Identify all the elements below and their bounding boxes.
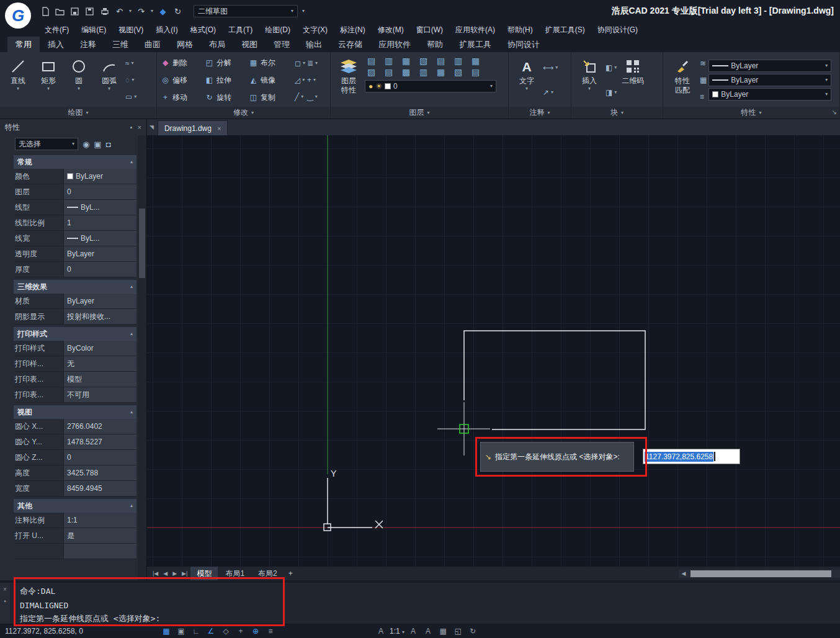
redo-icon[interactable]: ↷ [136,6,146,17]
ribbon-tab-home[interactable]: 常用 [7,37,40,52]
dialog-launcher-icon[interactable]: ↘ [832,109,837,115]
break-tool-button[interactable]: ‿▾ [307,90,318,104]
open-folder-icon[interactable] [55,6,65,17]
scroll-left-icon[interactable]: ◀ [679,570,689,578]
otrack-toggle-icon[interactable]: + [235,626,247,637]
copy-button[interactable]: ◫复制 [249,89,293,106]
menu-format[interactable]: 格式(O) [184,22,222,37]
lineweight-toggle-icon[interactable]: ≡ [264,626,277,637]
menu-tools[interactable]: 工具(T) [222,22,259,37]
menu-insert[interactable]: 插入(I) [150,22,184,37]
line-button[interactable]: 直线 ▾ [4,54,32,106]
ribbon-tab-insert[interactable]: 插入 [40,37,72,52]
extend-tool-button[interactable]: +▾ [307,73,318,87]
chevron-down-icon[interactable]: ▾ [78,86,80,91]
ribbon-tab-apps[interactable]: 应用软件 [370,37,419,52]
annotation-scale-control[interactable]: 1:1 ▾ [390,627,404,636]
menu-edit[interactable]: 编辑(E) [75,22,112,37]
chevron-down-icon[interactable]: ▾ [129,9,132,14]
menu-draw[interactable]: 绘图(D) [259,22,297,37]
chevron-down-icon[interactable]: ▾ [47,86,50,91]
ribbon-tab-surface[interactable]: 曲面 [136,37,169,52]
close-icon[interactable]: × [217,125,221,132]
layer-tool-icon[interactable]: ▧ [452,67,465,77]
grid-toggle-icon[interactable]: ▦ [160,626,172,637]
section-header-3d-effects[interactable]: 三维效果 ▴ [14,280,136,294]
chevron-down-icon[interactable]: ▾ [490,84,493,89]
layout1-tab[interactable]: 布局1 [219,567,251,581]
layer-tool-icon[interactable]: ▥ [417,67,430,77]
match-properties-button[interactable]: 特性 匹配 [667,54,698,106]
hatch-tool-button[interactable]: ▭▾ [125,90,136,104]
polar-toggle-icon[interactable]: ∠ [205,626,217,637]
workspace-selector[interactable]: 二维草图 ▾ [194,5,298,17]
layer-tool-icon[interactable]: ▩ [400,67,413,77]
layout2-tab[interactable]: 布局2 [252,567,284,581]
ribbon-tab-cloud[interactable]: 云存储 [330,37,370,52]
layer-tool-icon[interactable]: ▦ [400,56,413,66]
boolean-button[interactable]: ▦布尔 [249,54,293,71]
list-tool-icon[interactable]: ≡ [700,90,707,104]
modify-panel-label[interactable]: 修改 ▾ [157,107,330,119]
save-as-icon[interactable] [84,6,95,17]
drawn-polyline[interactable] [464,331,645,429]
snap-toggle-icon[interactable]: ▣ [175,626,187,637]
properties-panel-label[interactable]: 特性 ▾ ↘ [663,107,839,119]
layer-tool-icon[interactable]: ▥ [382,56,395,66]
leader-tool-button[interactable]: ↗▾ [543,86,558,99]
dimension-tool-button[interactable]: ⟷▾ [543,61,558,74]
ellipse-tool-button[interactable]: ◌▾ [125,73,136,87]
layer-tool-icon[interactable]: ▧ [417,56,430,66]
fullscreen-icon[interactable]: ◱ [452,626,464,637]
offset-button[interactable]: ◎偏移 [161,71,205,89]
new-file-icon[interactable] [40,6,50,17]
bulb-icon[interactable]: ● [369,82,373,91]
move-button[interactable]: +移动 [161,89,205,106]
section-header-general[interactable]: 常规 ▴ [14,155,136,169]
rotate-button[interactable]: ↻旋转 [205,89,249,106]
fillet-tool-button[interactable]: ◻▾ [295,56,305,70]
scrollbar-thumb[interactable] [690,570,831,577]
layer-properties-button[interactable]: 图层 特性 [334,54,363,106]
next-tab-icon[interactable]: ▶ [171,570,179,577]
edit-block-button[interactable]: ◨▾ [605,86,617,99]
linetype-dropdown[interactable]: ByLayer ▾ [708,74,831,86]
explode-button[interactable]: ◰分解 [205,54,249,71]
color-grid-icon[interactable]: ▦ [700,73,707,87]
add-layout-icon[interactable]: + [285,569,297,578]
app-logo[interactable]: G [5,2,31,29]
menu-express-tools[interactable]: 扩展工具(S) [539,22,591,37]
ribbon-tab-layout[interactable]: 布局 [201,37,233,52]
layer-dropdown[interactable]: ● ☀ 0 ▾ [365,80,496,92]
annotation-visibility-icon[interactable]: A [375,626,387,637]
draw-panel-label[interactable]: 绘图 ▾ [0,107,156,119]
layer-tool-icon[interactable]: ▥ [452,56,465,66]
section-header-plot-style[interactable]: 打印样式 ▴ [14,327,136,341]
drawing-canvas[interactable]: Y ↘ 指定第一条延伸线原点或 <选择对象>: 1127.3972,825.62… [147,135,840,567]
workspace-gem-icon[interactable]: ◆ [158,6,168,17]
chevron-down-icon[interactable]: ▾ [17,86,19,91]
select-objects-icon[interactable]: ▣ [94,140,101,149]
scrollbar-track[interactable] [689,570,840,578]
close-icon[interactable]: × [3,586,7,593]
chevron-down-icon[interactable]: ▾ [525,86,528,91]
ribbon-tab-output[interactable]: 输出 [298,37,330,52]
command-prompt-line[interactable]: 指定第一条延伸线原点或 <选择对象>: [20,612,840,626]
save-icon[interactable] [69,6,80,17]
selection-dropdown[interactable]: 无选择 ▾ [15,138,78,150]
block-panel-label[interactable]: 块 ▾ [571,107,663,119]
viewport-grid-icon[interactable]: ▦ [437,626,449,637]
tab-overflow-icon[interactable]: ◥ [150,124,154,130]
menu-collaboration[interactable]: 协同设计(G) [591,22,644,37]
scale-tool-button[interactable]: ◿▾ [295,73,305,87]
pin-icon[interactable]: ▪ [4,598,6,604]
close-icon[interactable]: × [138,124,141,131]
previous-tab-icon[interactable]: ◀ [161,570,169,577]
last-tab-icon[interactable]: ▶| [180,570,189,577]
ribbon-tab-collaboration[interactable]: 协同设计 [499,37,548,52]
dynamic-input-toggle-icon[interactable]: ⊕ [249,626,262,637]
ribbon-tab-3d[interactable]: 三维 [104,37,136,52]
ribbon-tab-manage[interactable]: 管理 [266,37,298,52]
annotate-panel-label[interactable]: 注释 ▾ [509,107,571,119]
array-tool-button[interactable]: ≣▾ [307,56,318,70]
